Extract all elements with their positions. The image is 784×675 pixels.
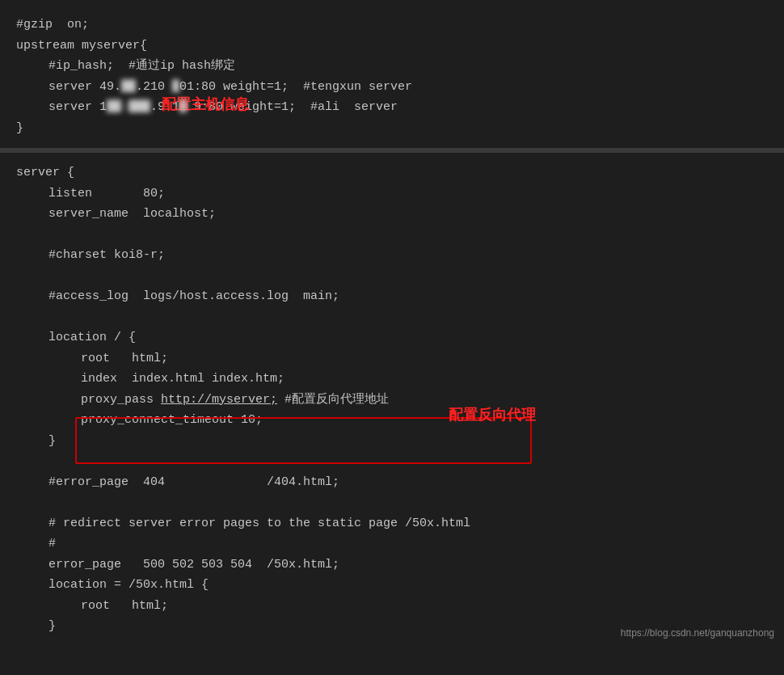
code-line bbox=[16, 225, 768, 246]
code-line: upstream myserver{ bbox=[16, 36, 768, 57]
watermark: https://blog.csdn.net/ganquanzhong bbox=[621, 627, 774, 639]
code-line: server { bbox=[16, 162, 768, 184]
code-line bbox=[16, 266, 768, 287]
code-line-proxy-timeout: proxy_connect_timeout 10; bbox=[16, 410, 768, 431]
code-line: index index.html index.htm; bbox=[16, 369, 768, 390]
code-line bbox=[16, 492, 768, 513]
bottom-section: 配置反向代理 server { listen 80; server_name l… bbox=[0, 153, 784, 645]
code-line bbox=[16, 451, 768, 472]
code-line: #gzip on; bbox=[16, 15, 768, 36]
code-line: #access_log logs/host.access.log main; bbox=[16, 286, 768, 307]
code-line bbox=[16, 307, 768, 328]
code-line: server 1██-███.9.1█ 9:80 weight=1; #ali … bbox=[16, 97, 768, 118]
code-line: server 49.██.210 █01:80 weight=1; #tengx… bbox=[16, 77, 768, 98]
code-line: # bbox=[16, 534, 768, 555]
code-line-location-50x: location = /50x.html { bbox=[16, 575, 768, 596]
code-line: #error_page 404 /404.html; bbox=[16, 472, 768, 493]
code-line: #charset koi8-r; bbox=[16, 245, 768, 266]
code-line: #ip_hash; #通过ip hash绑定 bbox=[16, 56, 768, 77]
code-line: } bbox=[16, 431, 768, 452]
code-line: root html; bbox=[16, 596, 768, 617]
code-line: error_page 500 502 503 504 /50x.html; bbox=[16, 555, 768, 576]
label-proxy: 配置反向代理 bbox=[449, 407, 536, 423]
proxy-url: http://myserver; bbox=[161, 393, 277, 407]
label-host: 配置主机信息 bbox=[162, 95, 249, 114]
code-line: listen 80; bbox=[16, 184, 768, 205]
code-line-location: location / { bbox=[16, 327, 768, 348]
blurred-port2: █ bbox=[179, 100, 187, 114]
blurred-port1: █ bbox=[172, 80, 179, 94]
code-line-proxy-pass: proxy_pass http://myserver; #配置反向代理地址 bbox=[16, 390, 768, 411]
code-line: root html; bbox=[16, 348, 768, 369]
code-line: } bbox=[16, 118, 768, 139]
top-section: #gzip on; upstream myserver{ 配置主机信息 #ip_… bbox=[0, 0, 784, 148]
code-line: server_name localhost; bbox=[16, 204, 768, 225]
blurred-ip2: ██-███ bbox=[107, 100, 150, 114]
code-line-redirect-comment: # redirect server error pages to the sta… bbox=[16, 513, 768, 534]
code-container: #gzip on; upstream myserver{ 配置主机信息 #ip_… bbox=[0, 0, 784, 675]
blurred-ip1: ██ bbox=[121, 80, 136, 94]
